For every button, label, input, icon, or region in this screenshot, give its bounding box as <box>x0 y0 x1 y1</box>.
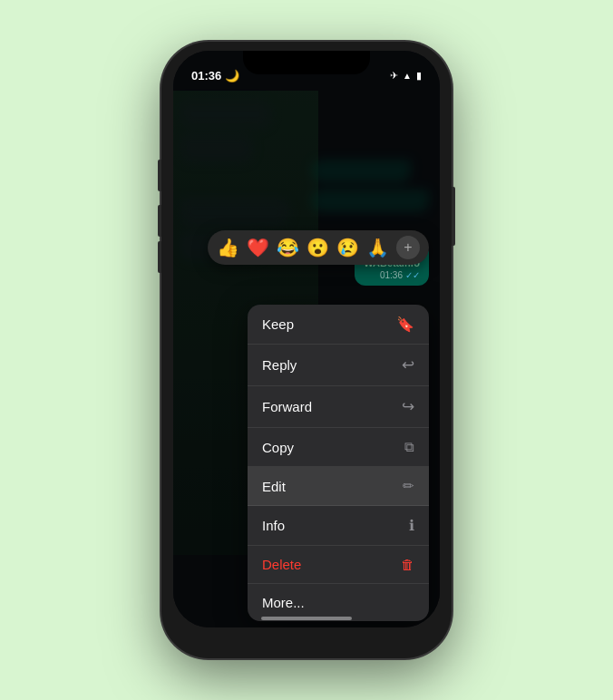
menu-delete-label: Delete <box>262 557 301 572</box>
bubble-time-area: 01:36 ✓✓ <box>364 270 420 280</box>
moon-icon: 🌙 <box>225 69 239 83</box>
edit-icon: ✏ <box>403 478 414 494</box>
menu-item-delete[interactable]: Delete 🗑 <box>248 546 429 584</box>
battery-icon: ▮ <box>416 70 422 82</box>
emoji-more-button[interactable]: + <box>396 236 420 259</box>
status-time: 01:36 🌙 <box>191 69 239 83</box>
copy-icon: ⧉ <box>404 439 414 455</box>
airplane-icon: ✈ <box>390 70 398 82</box>
checkmarks-icon: ✓✓ <box>405 270 420 280</box>
emoji-pray[interactable]: 🙏 <box>366 237 389 258</box>
menu-item-forward[interactable]: Forward ↪ <box>248 386 429 428</box>
menu-item-reply[interactable]: Reply ↩ <box>248 345 429 386</box>
menu-keep-label: Keep <box>262 316 294 332</box>
info-icon: ℹ <box>409 517 414 534</box>
emoji-laugh[interactable]: 😂 <box>277 237 299 258</box>
keep-icon: 🔖 <box>396 316 414 333</box>
forward-icon: ↪ <box>402 397 414 416</box>
phone-device: 01:36 🌙 ✈ ▲ ▮ ◀ TestFlight <box>161 42 452 658</box>
menu-item-keep[interactable]: Keep 🔖 <box>248 305 429 345</box>
menu-copy-label: Copy <box>262 440 294 455</box>
menu-info-label: Info <box>262 518 285 533</box>
phone-notch <box>243 51 370 74</box>
menu-item-more[interactable]: More... <box>248 584 429 621</box>
emoji-thumbsup[interactable]: 👍 <box>217 237 239 258</box>
home-indicator <box>261 617 352 620</box>
menu-item-edit[interactable]: Edit ✏ <box>248 467 429 506</box>
context-menu: Keep 🔖 Reply ↩ Forward ↪ Copy ⧉ Edit ✏ I… <box>248 305 429 621</box>
menu-reply-label: Reply <box>262 357 297 373</box>
menu-edit-label: Edit <box>262 479 286 494</box>
menu-item-copy[interactable]: Copy ⧉ <box>248 428 429 467</box>
menu-item-info[interactable]: Info ℹ <box>248 506 429 546</box>
emoji-sad[interactable]: 😢 <box>336 237 359 258</box>
status-icons: ✈ ▲ ▮ <box>390 70 422 82</box>
emoji-surprised[interactable]: 😮 <box>306 237 329 258</box>
menu-more-label: More... <box>262 595 305 610</box>
wifi-icon: ▲ <box>403 71 412 81</box>
emoji-reaction-bar[interactable]: 👍 ❤️ 😂 😮 😢 🙏 + <box>208 230 429 265</box>
reply-icon: ↩ <box>402 355 414 374</box>
phone-screen: 01:36 🌙 ✈ ▲ ▮ ◀ TestFlight <box>173 51 440 627</box>
emoji-heart[interactable]: ❤️ <box>247 237 269 258</box>
bubble-time-text: 01:36 <box>380 270 403 280</box>
delete-icon: 🗑 <box>401 557 414 572</box>
menu-forward-label: Forward <box>262 399 312 414</box>
